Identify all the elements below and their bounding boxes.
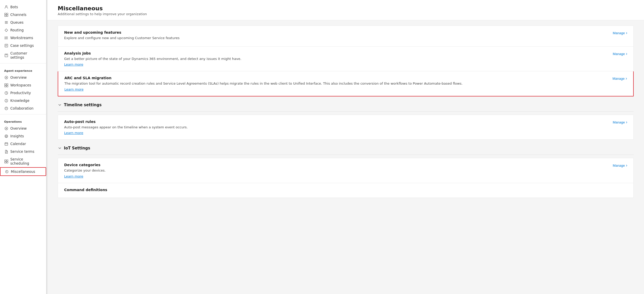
card-auto-post-content: Auto-post rules Auto-post messages appea… — [64, 120, 613, 135]
card-device-categories: Device categories Categorize your device… — [58, 158, 634, 183]
svg-rect-15 — [5, 54, 7, 57]
queues-icon — [4, 20, 8, 24]
sidebar-label-overview-ops: Overview — [10, 126, 27, 130]
sidebar-label-calendar: Calendar — [10, 142, 26, 146]
svg-rect-31 — [4, 159, 6, 161]
svg-point-10 — [5, 38, 5, 38]
productivity-icon — [4, 91, 8, 95]
sidebar-item-workspaces[interactable]: Workspaces — [0, 81, 46, 89]
card-new-features-manage-btn[interactable]: Manage › — [613, 30, 627, 35]
manage-label: Manage — [613, 164, 625, 167]
sidebar-item-service-terms[interactable]: Service terms — [0, 148, 46, 155]
sidebar-item-workstreams[interactable]: Workstreams — [0, 34, 46, 42]
sidebar-label-routing: Routing — [10, 28, 24, 32]
card-arc-sla-migration: ARC and SLA migration The migration tool… — [58, 71, 634, 96]
card-auto-post-desc: Auto-post messages appear on the timelin… — [64, 125, 608, 130]
sidebar-label-knowledge: Knowledge — [10, 99, 29, 103]
card-arc-sla-manage-btn[interactable]: Manage › — [613, 76, 627, 81]
card-device-manage-btn[interactable]: Manage › — [613, 163, 627, 168]
sidebar-item-calendar[interactable]: Calendar — [0, 140, 46, 148]
svg-rect-21 — [4, 85, 6, 87]
sidebar-item-service-scheduling[interactable]: Service scheduling — [0, 155, 46, 167]
iot-settings-section-header[interactable]: IoT Settings — [58, 142, 634, 153]
svg-rect-2 — [6, 13, 8, 14]
svg-rect-32 — [6, 159, 8, 161]
bots-icon — [4, 5, 8, 9]
miscellaneous-icon — [5, 170, 9, 174]
sidebar-item-case-settings[interactable]: Case settings — [0, 42, 46, 49]
manage-chevron-icon: › — [626, 163, 627, 168]
sidebar-label-channels: Channels — [10, 13, 26, 17]
svg-rect-5 — [5, 21, 7, 21]
sidebar-item-channels[interactable]: Channels — [0, 11, 46, 19]
card-arc-sla-link[interactable]: Learn more — [64, 87, 83, 91]
svg-rect-14 — [5, 44, 7, 47]
svg-point-27 — [6, 128, 7, 129]
card-analysis-jobs-link[interactable]: Learn more — [64, 63, 83, 66]
collaboration-icon — [4, 106, 8, 110]
sidebar-item-overview-ae[interactable]: Overview — [0, 74, 46, 81]
sidebar-label-workspaces: Workspaces — [10, 83, 31, 87]
sidebar-item-knowledge[interactable]: Knowledge — [0, 97, 46, 104]
svg-rect-6 — [5, 22, 7, 22]
svg-rect-4 — [6, 15, 8, 16]
routing-icon — [4, 28, 8, 32]
timeline-settings-label: Timeline settings — [64, 103, 101, 107]
sidebar-label-collaboration: Collaboration — [10, 106, 33, 110]
card-auto-post-manage-btn[interactable]: Manage › — [613, 120, 627, 124]
main-content: Miscellaneous Additional settings to hel… — [47, 0, 644, 294]
sidebar-label-overview-ae: Overview — [10, 75, 27, 79]
card-analysis-jobs-desc: Get a better picture of the state of you… — [64, 56, 608, 61]
manage-label: Manage — [613, 77, 625, 81]
svg-rect-22 — [6, 85, 8, 87]
card-command-content: Command definitions — [64, 188, 627, 193]
svg-rect-13 — [6, 39, 8, 39]
knowledge-icon — [4, 99, 8, 103]
svg-point-18 — [6, 77, 7, 78]
sidebar-item-bots[interactable]: Bots — [0, 3, 46, 11]
card-device-content: Device categories Categorize your device… — [64, 163, 613, 178]
sidebar-item-miscellaneous[interactable]: Miscellaneous — [0, 167, 46, 176]
card-device-desc: Categorize your devices. — [64, 168, 608, 173]
card-new-features-content: New and upcoming features Explore and co… — [64, 30, 613, 42]
agent-experience-section-label: Agent experience — [0, 66, 46, 74]
customer-settings-icon — [4, 53, 8, 57]
card-analysis-jobs-manage-btn[interactable]: Manage › — [613, 51, 627, 56]
sidebar-label-service-terms: Service terms — [10, 149, 34, 154]
card-analysis-jobs: Analysis Jobs Get a better picture of th… — [58, 47, 634, 72]
card-arc-sla-title: ARC and SLA migration — [64, 76, 607, 80]
page-header: Miscellaneous Additional settings to hel… — [47, 0, 644, 20]
sidebar-item-customer-settings[interactable]: Customer settings — [0, 49, 46, 61]
manage-label: Manage — [613, 120, 625, 124]
sidebar-item-routing[interactable]: Routing — [0, 26, 46, 34]
svg-rect-1 — [4, 13, 6, 14]
svg-rect-34 — [6, 162, 8, 163]
manage-chevron-icon: › — [626, 76, 627, 81]
svg-rect-19 — [4, 83, 6, 85]
channels-icon — [4, 13, 8, 17]
svg-point-8 — [5, 37, 5, 37]
sidebar-item-collaboration[interactable]: Collaboration — [0, 104, 46, 112]
card-device-title: Device categories — [64, 163, 608, 167]
page-subtitle: Additional settings to help improve your… — [58, 12, 634, 16]
manage-chevron-icon: › — [626, 120, 627, 124]
sidebar-item-queues[interactable]: Queues — [0, 19, 46, 26]
iot-settings-separator — [58, 155, 634, 155]
card-analysis-jobs-title: Analysis Jobs — [64, 51, 608, 55]
sidebar-item-overview-ops[interactable]: Overview — [0, 124, 46, 132]
overview-ops-icon — [4, 126, 8, 130]
iot-settings-label: IoT Settings — [64, 146, 90, 150]
sidebar-item-insights[interactable]: Insights — [0, 132, 46, 140]
operations-section-label: Operations — [0, 117, 46, 124]
manage-label: Manage — [613, 52, 625, 56]
card-arc-sla-desc: The migration tool for automatic record … — [64, 81, 607, 86]
workstreams-icon — [4, 36, 8, 40]
timeline-settings-section-header[interactable]: Timeline settings — [58, 99, 634, 109]
case-settings-icon — [4, 43, 8, 48]
sidebar-label-queues: Queues — [10, 20, 23, 24]
card-auto-post-link[interactable]: Learn more — [64, 131, 83, 135]
sidebar-item-productivity[interactable]: Productivity — [0, 89, 46, 97]
sidebar-label-bots: Bots — [10, 5, 18, 9]
card-device-link[interactable]: Learn more — [64, 174, 83, 178]
svg-rect-9 — [6, 37, 8, 37]
